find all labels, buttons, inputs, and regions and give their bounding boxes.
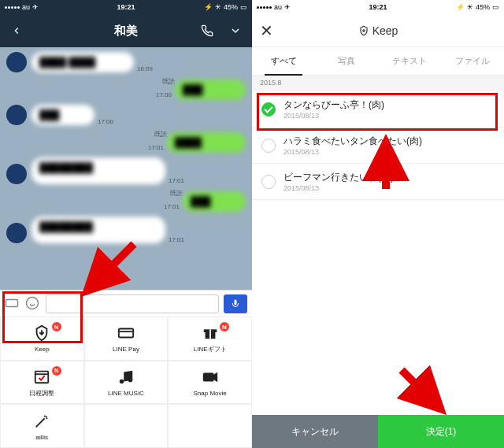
- input-bar: [0, 290, 252, 317]
- svg-point-12: [128, 378, 133, 383]
- carrier: au: [22, 3, 30, 11]
- grid-snapmovie[interactable]: Snap Movie: [168, 361, 252, 405]
- tab-file[interactable]: ファイル: [441, 47, 504, 75]
- wand-icon: [32, 412, 51, 431]
- attachment-grid: NKeep LINE Pay NLINEギフト N日程調整 LINE MUSIC…: [0, 317, 252, 448]
- avatar[interactable]: [6, 164, 27, 184]
- avatar[interactable]: [6, 223, 27, 243]
- svg-rect-8: [209, 330, 211, 339]
- keep-logo: Keep: [358, 24, 398, 37]
- grid-linepay[interactable]: LINE Pay: [84, 317, 169, 361]
- chat-navbar: 和美: [0, 14, 252, 47]
- svg-rect-4: [119, 329, 133, 338]
- svg-rect-13: [203, 373, 213, 380]
- gift-icon: [201, 323, 220, 342]
- emoji-icon[interactable]: [25, 296, 41, 312]
- svg-line-15: [36, 418, 45, 427]
- svg-point-1: [27, 297, 39, 309]
- keyboard-icon[interactable]: [5, 296, 20, 312]
- ok-button[interactable]: 決定(1): [378, 415, 504, 448]
- message-input[interactable]: [46, 294, 219, 313]
- svg-marker-14: [213, 373, 217, 380]
- grid-music[interactable]: LINE MUSIC: [84, 361, 169, 405]
- clock: 19:21: [117, 3, 135, 11]
- checkbox-icon[interactable]: [261, 102, 276, 117]
- footer-buttons: キャンセル 決定(1): [252, 415, 504, 448]
- grid-schedule[interactable]: N日程調整: [0, 361, 84, 405]
- music-icon: [117, 368, 135, 387]
- svg-rect-9: [35, 372, 49, 383]
- right-screen: au✈ 19:21 ⚡✳45%▭ ✕ Keep すべて 写真 テキスト ファイル…: [252, 0, 504, 448]
- checkbox-icon[interactable]: [261, 175, 276, 189]
- left-screen: au✈ 19:21 ⚡✳45%▭ 和美 ████ ████16:59 既読17:…: [0, 0, 252, 448]
- tab-photo[interactable]: 写真: [315, 47, 378, 75]
- back-button[interactable]: [8, 25, 25, 36]
- section-header: 2015.8: [252, 76, 504, 91]
- avatar[interactable]: [6, 105, 27, 125]
- battery: 45%: [224, 3, 238, 11]
- video-icon: [201, 368, 220, 387]
- svg-line-18: [46, 416, 46, 417]
- chat-body: ████ ████16:59 既読17:00███ ███17:00 既読17:…: [0, 47, 252, 290]
- grid-gift[interactable]: NLINEギフト: [168, 317, 252, 361]
- checkbox-icon[interactable]: [261, 139, 276, 153]
- grid-aillis[interactable]: aillis: [0, 404, 84, 448]
- avatar[interactable]: [6, 52, 27, 72]
- keep-item[interactable]: タンならびーふ亭！(肉)2015/08/13: [252, 91, 504, 128]
- mic-button[interactable]: [224, 294, 247, 313]
- keep-item[interactable]: ハラミ食べたいタン食べたい(肉)2015/08/13: [252, 128, 504, 164]
- tab-all[interactable]: すべて: [252, 47, 315, 75]
- svg-rect-0: [6, 299, 18, 306]
- card-icon: [117, 324, 135, 342]
- menu-down-icon[interactable]: [227, 24, 244, 37]
- chat-title: 和美: [114, 24, 138, 39]
- status-bar: au✈ 19:21 ⚡✳45%▭: [0, 0, 252, 14]
- calendar-icon: [32, 367, 51, 386]
- status-bar: au✈ 19:21 ⚡✳45%▭: [252, 0, 504, 14]
- close-icon[interactable]: ✕: [260, 21, 273, 40]
- tabs: すべて 写真 テキスト ファイル: [252, 47, 504, 76]
- cancel-button[interactable]: キャンセル: [252, 415, 378, 448]
- grid-keep[interactable]: NKeep: [0, 317, 84, 361]
- keep-icon: [32, 324, 51, 342]
- tab-text[interactable]: テキスト: [378, 47, 441, 75]
- call-icon[interactable]: [198, 24, 216, 37]
- keep-item[interactable]: ビーフマン行きたいね(肉)2015/08/13: [252, 164, 504, 200]
- keep-header: ✕ Keep: [252, 14, 504, 47]
- svg-point-11: [120, 380, 124, 384]
